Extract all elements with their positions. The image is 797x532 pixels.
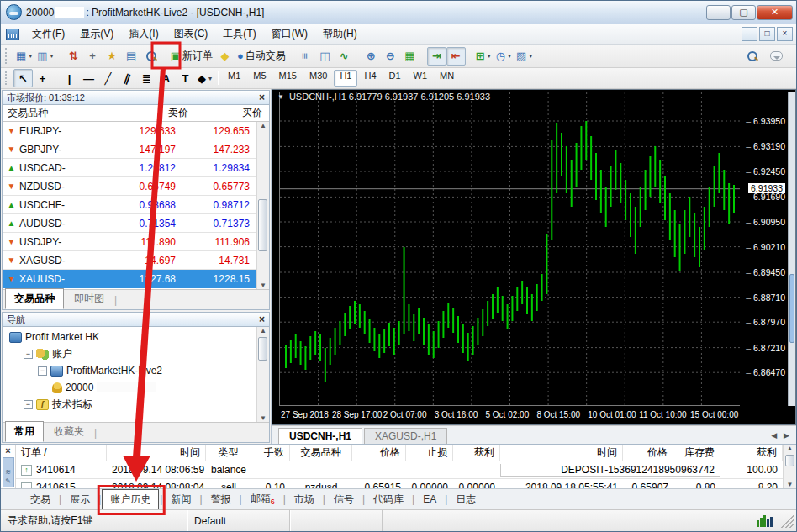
menu-item-3[interactable]: 图表(C) bbox=[166, 24, 216, 44]
indicators-button[interactable]: ⊞▾ bbox=[473, 47, 494, 66]
market-watch-scrollbar[interactable]: ▲ ▼ bbox=[256, 122, 269, 289]
navigator-tab-1[interactable]: 收藏夹 bbox=[45, 421, 93, 442]
tile-windows-button[interactable]: ▦ bbox=[400, 47, 420, 66]
chart-tab-1[interactable]: XAGUSD-,H1 bbox=[364, 428, 447, 444]
chart-scrollbar[interactable] bbox=[788, 92, 795, 406]
arrows-button[interactable]: ◆▾ bbox=[195, 69, 214, 87]
terminal-column-header[interactable]: 交易品种 bbox=[290, 445, 352, 461]
timeframe-w1-button[interactable]: W1 bbox=[408, 70, 434, 87]
terminal-tab-1[interactable]: 展示 bbox=[62, 490, 98, 509]
tree-expander-icon[interactable]: − bbox=[24, 350, 33, 359]
tab-scroll-right-icon[interactable]: ▶ bbox=[784, 431, 789, 440]
chevron-down-icon[interactable]: ▼ bbox=[277, 93, 284, 101]
terminal-tab-5[interactable]: 邮箱6 bbox=[243, 489, 282, 508]
timeframe-mn-button[interactable]: MN bbox=[434, 70, 460, 87]
scrollbar-thumb[interactable] bbox=[258, 199, 267, 251]
crosshair-button[interactable]: + bbox=[33, 69, 52, 87]
templates-button[interactable]: ▨▾ bbox=[514, 47, 535, 66]
chart-window[interactable]: ▼ USDCNH-,H1 6.91779 6.91937 6.91205 6.9… bbox=[272, 89, 796, 425]
zoom-out-button[interactable]: ⊖ bbox=[381, 47, 400, 66]
new-chart-button[interactable]: ▦▾ bbox=[13, 47, 34, 66]
chevron-down-icon[interactable]: ▾ bbox=[208, 75, 212, 82]
terminal-tab-2[interactable]: 账户历史 bbox=[102, 489, 159, 510]
search-button[interactable] bbox=[742, 47, 762, 66]
chevron-down-icon[interactable]: ▾ bbox=[508, 52, 511, 60]
close-icon[interactable]: × bbox=[259, 315, 265, 324]
child-window-icon[interactable] bbox=[6, 29, 19, 40]
timeframe-m5-button[interactable]: M5 bbox=[247, 70, 272, 87]
scroll-down-icon[interactable]: ▼ bbox=[787, 481, 794, 488]
scrollbar-thumb[interactable] bbox=[258, 337, 267, 361]
child-close-button[interactable]: × bbox=[777, 27, 793, 41]
terminal-column-header[interactable]: 价格 bbox=[623, 445, 673, 461]
timeframe-h4-button[interactable]: H4 bbox=[358, 70, 382, 87]
market-watch-row[interactable]: ▲USDCHF-0.986880.98712 bbox=[3, 196, 256, 214]
chevron-down-icon[interactable]: ▾ bbox=[529, 52, 532, 60]
data-window-button[interactable]: + bbox=[83, 47, 103, 66]
terminal-row[interactable]: ↑34106142018.09.14 08:06:59balanceDEPOSI… bbox=[16, 461, 783, 479]
fibonacci-button[interactable]: ≣ bbox=[137, 69, 156, 87]
strategy-tester-button[interactable] bbox=[141, 47, 161, 66]
close-icon[interactable]: × bbox=[5, 445, 10, 456]
resize-grip[interactable] bbox=[781, 514, 794, 528]
scroll-down-icon[interactable]: ▼ bbox=[260, 282, 267, 289]
terminal-tab-7[interactable]: 信号 bbox=[326, 490, 362, 509]
navigator-scrollbar[interactable]: ▲ ▼ bbox=[256, 327, 269, 422]
market-watch-row[interactable]: ▼USDJPY-111.890111.906 bbox=[3, 233, 256, 251]
navigator-button[interactable]: ★ bbox=[103, 47, 122, 66]
chart-tab-0[interactable]: USDCNH-,H1 bbox=[278, 428, 362, 444]
cursor-button[interactable]: ↖ bbox=[13, 69, 33, 87]
candlestick-chart-button[interactable]: ◫ bbox=[315, 47, 335, 66]
new-order-button[interactable]: ▣新订单 bbox=[168, 47, 215, 66]
terminal-column-header[interactable]: 手数 bbox=[251, 445, 290, 461]
horizontal-line-button[interactable]: — bbox=[79, 69, 98, 87]
tree-item-profit-market-hk[interactable]: Profit Market HK bbox=[3, 329, 256, 345]
chart-shift-button[interactable]: ⇥ bbox=[427, 47, 446, 66]
market-watch-row[interactable]: ▼XAGUSD-14.69714.731 bbox=[3, 251, 256, 270]
terminal-tab-9[interactable]: EA bbox=[415, 491, 444, 508]
scrollbar-thumb[interactable] bbox=[789, 274, 794, 343]
chevron-down-icon[interactable]: ▾ bbox=[29, 52, 32, 60]
terminal-column-header[interactable]: 订单 / bbox=[16, 445, 107, 461]
tree-item-20000[interactable]: 20000 bbox=[3, 379, 256, 396]
close-icon[interactable]: × bbox=[259, 93, 265, 102]
scroll-up-icon[interactable]: ▲ bbox=[260, 327, 267, 334]
scroll-up-icon[interactable]: ▲ bbox=[260, 122, 267, 129]
menu-item-0[interactable]: 文件(F) bbox=[24, 24, 72, 44]
timeframe-m30-button[interactable]: M30 bbox=[303, 70, 333, 87]
chat-button[interactable] bbox=[767, 47, 786, 66]
terminal-column-header[interactable]: 类型 bbox=[206, 445, 251, 461]
line-chart-button[interactable]: ∿ bbox=[335, 47, 354, 66]
scrollbar-thumb[interactable] bbox=[785, 455, 794, 466]
market-watch-row[interactable]: ▲AUDUSD-0.713540.71373 bbox=[3, 214, 256, 233]
terminal-column-header[interactable]: 止损 bbox=[406, 445, 453, 461]
trendline-button[interactable]: ╱ bbox=[98, 69, 118, 87]
scroll-down-icon[interactable]: ▼ bbox=[260, 414, 267, 422]
close-button[interactable]: ✕ bbox=[757, 5, 793, 20]
tree-item-技术指标[interactable]: −f技术指标 bbox=[3, 396, 256, 413]
terminal-tab-8[interactable]: 代码库 bbox=[366, 490, 411, 509]
market-watch-row[interactable]: ▼EURJPY-129.633129.655 bbox=[3, 122, 256, 140]
market-watch-tab-1[interactable]: 即时图 bbox=[65, 288, 113, 309]
tree-item-profitmarkethk-live2[interactable]: −ProfitMarketHK-Live2 bbox=[3, 362, 256, 379]
terminal-tab-0[interactable]: 交易 bbox=[23, 490, 58, 509]
tab-scroll-left-icon[interactable]: ◀ bbox=[771, 431, 777, 440]
market-watch-row[interactable]: ▼NZDUSD-0.657490.65773 bbox=[3, 177, 256, 196]
timeframe-d1-button[interactable]: D1 bbox=[383, 70, 407, 87]
profiles-button[interactable]: ▥▾ bbox=[34, 47, 55, 66]
timeframe-h1-button[interactable]: H1 bbox=[334, 70, 357, 87]
market-watch-tab-0[interactable]: 交易品种 bbox=[5, 288, 64, 309]
text-button[interactable]: A bbox=[156, 69, 176, 87]
status-profile[interactable]: Default bbox=[187, 510, 290, 531]
menu-item-2[interactable]: 插入(I) bbox=[121, 24, 166, 44]
market-watch-button[interactable]: ⇅ bbox=[64, 47, 83, 66]
text-label-button[interactable]: T bbox=[176, 69, 195, 87]
restore-button[interactable]: ▢ bbox=[731, 5, 756, 20]
scroll-up-icon[interactable]: ▲ bbox=[787, 445, 794, 452]
terminal-tab-10[interactable]: 日志 bbox=[448, 490, 483, 509]
menu-item-6[interactable]: 帮助(H) bbox=[315, 24, 365, 44]
chevron-down-icon[interactable]: ▾ bbox=[50, 52, 54, 60]
autotrading-button[interactable]: ●自动交易 bbox=[235, 47, 288, 66]
terminal-column-header[interactable]: 价格 bbox=[352, 445, 406, 461]
terminal-tab-4[interactable]: 警报 bbox=[203, 490, 239, 509]
